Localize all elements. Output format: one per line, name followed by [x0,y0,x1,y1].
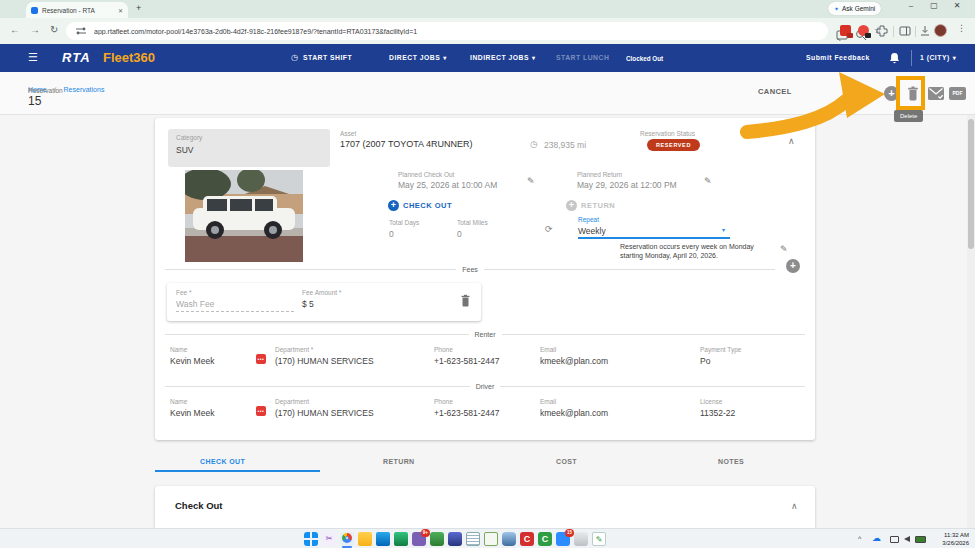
category-label: Category [176,134,202,141]
start-shift-button[interactable]: START SHIFT [303,54,352,61]
new-tab-button[interactable]: + [136,3,141,13]
taskbar-zoom[interactable]: 15 [556,532,570,546]
edit-return-icon[interactable]: ✎ [704,176,712,186]
tray-expand-icon[interactable]: ^ [858,535,861,542]
reload-icon[interactable]: ↻ [50,24,58,35]
odometer-value: 238,935 mi [544,140,586,150]
window-close-button[interactable]: ✕ [949,1,965,10]
taskbar-file-explorer[interactable] [358,532,372,546]
edit-checkout-icon[interactable]: ✎ [527,176,535,186]
tray-clock[interactable]: 11:32 AM 3/26/2026 [942,532,969,547]
window-minimize-button[interactable]: – [903,1,919,10]
tray-display-icon[interactable] [890,536,899,543]
tray-date: 3/26/2026 [942,540,969,548]
browser-profile-avatar[interactable] [934,24,947,37]
renter-payment-value: Po [700,356,710,366]
taskbar-notes-editor[interactable]: ✎ [592,532,606,546]
send-email-button[interactable] [928,87,944,100]
repeat-select[interactable]: Weekly [578,226,606,236]
ask-gemini-button[interactable]: ✦ Ask Gemini [828,2,881,15]
facility-selector[interactable]: 1 (CITY)▾ [920,54,956,61]
add-fee-button[interactable]: + [786,259,800,273]
fee-input[interactable]: Wash Fee [176,299,214,309]
annotation-arrow [735,62,895,142]
check-out-button[interactable]: + CHECK OUT [388,200,452,211]
scrollbar-track[interactable] [967,115,975,528]
renter-divider: Renter [165,331,805,338]
taskbar-snipping-tool[interactable]: ✂ [322,532,336,546]
taskbar-android-app[interactable] [430,532,444,546]
scrollbar-thumb[interactable] [968,119,974,249]
tab-cost[interactable]: COST [556,458,577,465]
export-pdf-button[interactable]: PDF [949,87,966,100]
taskbar-windows-start[interactable] [304,532,318,546]
taskbar-teams[interactable]: 9+ [412,532,426,546]
collapse-chevron-icon[interactable]: ∧ [791,501,798,511]
edit-repeat-icon[interactable]: ✎ [780,244,788,254]
indirect-jobs-menu[interactable]: INDIRECT JOBS▾ [470,54,536,61]
hamburger-menu-icon[interactable]: ☰ [28,51,38,64]
tray-time: 11:32 AM [942,532,969,540]
tray-battery-icon[interactable] [915,536,926,543]
submit-feedback-button[interactable]: Submit Feedback [806,54,870,61]
taskbar-app-dark-blue[interactable] [448,532,462,546]
check-out-panel-title: Check Out [175,500,223,511]
driver-license-label: License [700,398,722,405]
taskbar-database-tool[interactable] [502,532,516,546]
reservation-card: Category SUV Asset 1707 (2007 TOYOTA 4RU… [155,118,815,440]
extensions-puzzle-icon[interactable] [876,25,888,37]
onedrive-cloud-icon[interactable]: ☁ [872,533,881,543]
browser-menu-icon[interactable]: ⋮ [957,23,966,33]
taskbar-onenote[interactable] [484,532,498,546]
browser-tab[interactable]: Reservation - RTA ✕ [26,2,128,18]
renter-phone-value: +1-623-581-2447 [434,356,499,366]
tab-notes[interactable]: NOTES [718,458,744,465]
page-title-number: 15 [28,94,41,108]
planned-checkout-value: May 25, 2026 at 10:00 AM [398,180,497,190]
repeat-underline [578,237,730,239]
driver-email-label: Email [540,398,556,405]
taskbar-outlook[interactable] [376,532,390,546]
delete-tooltip: Delete [894,110,923,122]
gemini-sparkle-icon: ✦ [834,5,839,12]
site-settings-icon[interactable] [76,27,86,35]
address-bar[interactable]: app.rtafleet.com/motor-pool/14e3763a-2d0… [66,22,828,40]
status-badge: RESERVED [647,139,700,151]
repeat-icon: ⟳ [545,224,553,234]
taskbar-camtasia[interactable]: C [520,532,534,546]
taskbar-app-green-c[interactable]: C [538,532,552,546]
fee-amount-input[interactable]: $ 5 [302,299,314,309]
gemini-label: Ask Gemini [842,5,875,12]
planned-checkout-label: Planned Check Out [398,171,454,178]
taskbar-chrome[interactable] [340,532,354,546]
fee-item-card: Fee * Wash Fee Fee Amount * $ 5 [167,283,481,321]
repeat-caret-icon[interactable]: ▾ [722,226,725,233]
tab-check-out[interactable]: CHECK OUT [200,458,245,465]
browser-tab-strip: Reservation - RTA ✕ + ✦ Ask Gemini – ▢ ✕ [0,0,975,18]
side-panel-icon[interactable] [899,25,911,37]
download-icon[interactable] [919,25,931,37]
taskbar-calculator[interactable] [574,532,588,546]
brand-rta: RTA [62,50,91,65]
tab-close-icon[interactable]: ✕ [118,7,123,14]
odometer-icon: ◷ [530,139,538,149]
plus-circle-icon: + [566,200,577,211]
fee-label: Fee * [176,289,192,296]
tab-return[interactable]: RETURN [383,458,415,465]
taskbar-excel[interactable] [394,532,408,546]
extension-recorder-icon[interactable] [858,25,869,36]
renter-title: Renter [475,331,496,338]
start-lunch-button: START LUNCH [556,54,609,61]
status-label: Reservation Status [640,130,695,137]
window-maximize-button[interactable]: ▢ [926,1,942,10]
taskbar-notepad[interactable] [466,532,480,546]
tray-volume-icon[interactable] [904,536,910,542]
breadcrumb-reservations-link[interactable]: Reservations [64,86,105,93]
tab-title: Reservation - RTA [42,7,114,14]
extension-adblock-icon[interactable] [840,25,851,36]
active-tab-indicator [155,470,320,472]
back-icon[interactable]: ← [10,24,20,35]
forward-icon[interactable]: → [30,24,40,35]
delete-fee-icon[interactable] [460,294,471,307]
direct-jobs-menu[interactable]: DIRECT JOBS▾ [389,54,447,61]
